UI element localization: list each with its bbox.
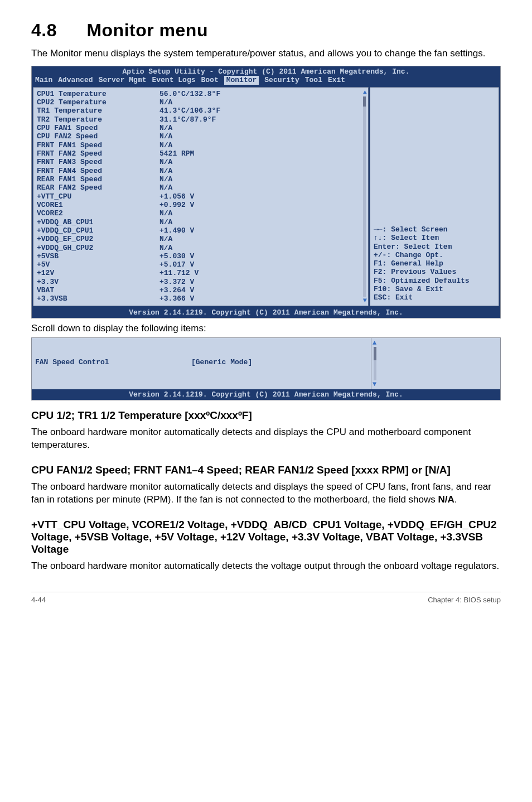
- bios-row: FRNT FAN1 SpeedN/A: [37, 141, 365, 149]
- bios-row-label: REAR FAN2 Speed: [37, 183, 159, 192]
- bios-row-value: N/A: [159, 175, 172, 183]
- bios-row: REAR FAN1 SpeedN/A: [37, 175, 365, 183]
- bios-row-value: N/A: [159, 218, 172, 226]
- bios-row: FRNT FAN2 Speed5421 RPM: [37, 149, 365, 158]
- bios-row-value: 41.3°C/106.3°F: [159, 107, 220, 115]
- bios-row: TR1 Temperature41.3°C/106.3°F: [37, 107, 365, 115]
- bios-row: VCORE1+0.992 V: [37, 201, 365, 209]
- bios-row-label: CPU1 Temperature: [37, 90, 159, 98]
- bios-row-value: 31.1°C/87.9°F: [159, 115, 216, 124]
- nav-help-line: ↑↓: Select Item: [374, 234, 470, 242]
- bios-row: CPU2 TemperatureN/A: [37, 98, 365, 107]
- nav-help-line: F1: General Help: [374, 259, 470, 268]
- bios-row: +VTT_CPU+1.056 V: [37, 192, 365, 201]
- bios-row-label: VCORE2: [37, 209, 159, 218]
- tab-advanced[interactable]: Advanced: [58, 76, 93, 84]
- bios-row-value: N/A: [159, 124, 172, 132]
- bios-nav-help: →←: Select Screen↑↓: Select ItemEnter: S…: [374, 225, 470, 302]
- bios-row-label: +VDDQ_EF_CPU2: [37, 235, 159, 243]
- tab-security[interactable]: Security: [264, 76, 299, 84]
- tab-server-mgmt[interactable]: Server Mgmt: [99, 76, 147, 84]
- nav-help-line: →←: Select Screen: [374, 225, 470, 234]
- bios-row-value: 56.0°C/132.8°F: [159, 90, 220, 98]
- bios-row-label: CPU FAN2 Speed: [37, 132, 159, 141]
- scrollbar-track[interactable]: [363, 96, 366, 297]
- bios-row-value: +3.264 V: [159, 286, 194, 294]
- bios-row-value: +5.017 V: [159, 260, 194, 269]
- nav-help-line: F5: Optimized Defaults: [374, 277, 470, 285]
- tab-event-logs[interactable]: Event Logs: [152, 76, 195, 84]
- bios-row: +5VSB+5.030 V: [37, 252, 365, 260]
- heading-title: Monitor menu: [86, 20, 208, 40]
- bios-row-value: N/A: [159, 183, 172, 192]
- scroll-down-icon[interactable]: ▼: [373, 380, 376, 388]
- scrollbar-thumb[interactable]: [363, 96, 366, 107]
- bios-row-label: REAR FAN1 Speed: [37, 175, 159, 183]
- bios-row: CPU FAN2 SpeedN/A: [37, 132, 365, 141]
- scrollbar-track[interactable]: [374, 347, 376, 380]
- nav-help-line: F2: Previous Values: [374, 268, 470, 276]
- bios-main-pane: ▲ ▼ CPU1 Temperature56.0°C/132.8°FCPU2 T…: [33, 87, 369, 306]
- fan-speed-control-row[interactable]: FAN Speed Control [Generic Mode]: [35, 358, 367, 366]
- bios-row-label: CPU FAN1 Speed: [37, 124, 159, 132]
- bios-menubar: MainAdvancedServer MgmtEvent LogsBootMon…: [32, 76, 500, 85]
- scroll-up-icon[interactable]: ▲: [373, 339, 376, 347]
- bios-row-label: +VDDQ_CD_CPU1: [37, 226, 159, 235]
- nav-help-line: F10: Save & Exit: [374, 285, 470, 293]
- bios-row: +VDDQ_AB_CPU1N/A: [37, 218, 365, 226]
- section-body-fanspeed: The onboard hardware monitor automatical…: [31, 481, 501, 506]
- bios-row-label: TR1 Temperature: [37, 107, 159, 115]
- page-heading: 4.8 Monitor menu: [31, 20, 501, 41]
- bios-panel-continued: FAN Speed Control [Generic Mode] ▲ ▼ Ver…: [31, 337, 501, 400]
- bios-row-value: +0.992 V: [159, 201, 194, 209]
- scrollbar-thumb[interactable]: [374, 347, 376, 360]
- bios-row-label: FRNT FAN2 Speed: [37, 149, 159, 158]
- bios-row-label: +VDDQ_AB_CPU1: [37, 218, 159, 226]
- bios-row: +VDDQ_CD_CPU1+1.490 V: [37, 226, 365, 235]
- bios-row-value: N/A: [159, 132, 172, 141]
- heading-number: 4.8: [31, 20, 81, 41]
- tab-tool[interactable]: Tool: [305, 76, 322, 84]
- tab-monitor[interactable]: Monitor: [224, 76, 259, 84]
- bios-row-label: FRNT FAN4 Speed: [37, 167, 159, 175]
- bios-row: REAR FAN2 SpeedN/A: [37, 183, 365, 192]
- bios2-side-pane: ▲ ▼: [371, 338, 500, 389]
- chapter-label: Chapter 4: BIOS setup: [428, 596, 501, 604]
- bios-row: FRNT FAN4 SpeedN/A: [37, 167, 365, 175]
- section-heading-voltage: +VTT_CPU Voltage, VCORE1/2 Voltage, +VDD…: [31, 519, 501, 555]
- bios-row: +3.3VSB+3.366 V: [37, 294, 365, 303]
- bios2-main-pane: FAN Speed Control [Generic Mode]: [32, 338, 371, 389]
- bios-row-value: N/A: [159, 209, 172, 218]
- scroll-up-icon[interactable]: ▲: [363, 89, 367, 96]
- tab-main[interactable]: Main: [35, 76, 52, 84]
- bios-row-value: N/A: [159, 158, 172, 166]
- bios-row-value: N/A: [159, 141, 172, 149]
- bios-row: +3.3V+3.372 V: [37, 278, 365, 286]
- bios-row-value: 5421 RPM: [159, 149, 194, 158]
- bios-row-value: +1.490 V: [159, 226, 194, 235]
- bios-title-bar: Aptio Setup Utility - Copyright (C) 2011…: [32, 66, 500, 76]
- bios-row: VBAT+3.264 V: [37, 286, 365, 294]
- bios-row-label: TR2 Temperature: [37, 115, 159, 124]
- section-heading-fanspeed: CPU FAN1/2 Speed; FRNT FAN1–4 Speed; REA…: [31, 464, 501, 476]
- bios-row-label: FRNT FAN3 Speed: [37, 158, 159, 166]
- bios-row-label: VBAT: [37, 286, 159, 294]
- intro-text: The Monitor menu displays the system tem…: [31, 47, 501, 60]
- bios-row-label: VCORE1: [37, 201, 159, 209]
- bios-side-pane: →←: Select Screen↑↓: Select ItemEnter: S…: [370, 87, 499, 306]
- scroll-note: Scroll down to display the following ite…: [31, 323, 501, 334]
- bios2-footer: Version 2.14.1219. Copyright (C) 2011 Am…: [32, 389, 500, 400]
- section-body-temperature: The onboard hardware monitor automatical…: [31, 426, 501, 452]
- bios-footer: Version 2.14.1219. Copyright (C) 2011 Am…: [32, 307, 500, 318]
- tab-boot[interactable]: Boot: [201, 76, 218, 84]
- nav-help-line: Enter: Select Item: [374, 243, 470, 251]
- tab-exit[interactable]: Exit: [328, 76, 345, 84]
- bios-row-value: N/A: [159, 235, 172, 243]
- bios-row-label: +5V: [37, 260, 159, 269]
- bios-row-value: N/A: [159, 244, 172, 252]
- fan-speed-control-value: [Generic Mode]: [191, 358, 252, 366]
- scroll-down-icon[interactable]: ▼: [363, 297, 367, 305]
- nav-help-line: +/-: Change Opt.: [374, 251, 470, 259]
- bios-row: +12V+11.712 V: [37, 269, 365, 277]
- section-heading-temperature: CPU 1/2; TR1 1/2 Temperature [xxxºC/xxxº…: [31, 409, 501, 422]
